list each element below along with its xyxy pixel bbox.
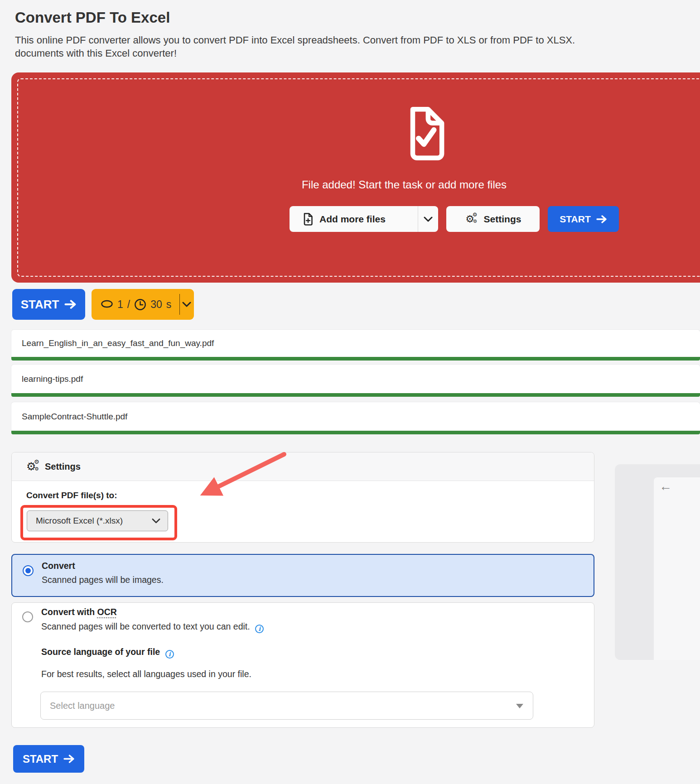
add-more-files-main[interactable]: Add more files [290, 213, 418, 226]
dropdown-arrow-icon[interactable] [516, 704, 523, 708]
page-subtitle: This online PDF converter allows you to … [15, 34, 575, 60]
info-icon[interactable]: i [165, 650, 174, 659]
preview-panel: ← [615, 464, 700, 660]
file-plus-icon [303, 213, 313, 226]
convert-radio[interactable] [23, 565, 34, 576]
progress-bar [11, 393, 700, 397]
badge-chevron[interactable] [180, 302, 194, 307]
arrow-right-icon [64, 300, 77, 309]
progress-bar [11, 357, 700, 361]
file-card: learning-tips.pdf [11, 365, 700, 393]
info-icon[interactable]: i [255, 625, 264, 633]
credits-group: 1 / 30 s [101, 298, 171, 311]
file-dropzone[interactable]: File added! Start the task or add more f… [11, 72, 700, 283]
dropzone-dashed-border [17, 78, 700, 277]
settings-panel-title: Settings [45, 462, 81, 472]
convert-label: Convert [42, 561, 75, 571]
back-arrow-icon[interactable]: ← [659, 479, 672, 494]
start-button-main[interactable]: START [12, 289, 85, 320]
clock-icon [134, 298, 146, 311]
start-button-footer-label: START [23, 753, 58, 765]
pdf-to-excel-page: Convert PDF To Excel This online PDF con… [0, 0, 700, 784]
source-language-label: Source language of your file i [41, 647, 174, 659]
file-row: learning-tips.pdf [11, 365, 700, 397]
convert-option[interactable]: Convert Scanned pages will be images. [11, 554, 594, 597]
start-button-main-label: START [21, 298, 59, 312]
convert-with-ocr-option[interactable]: Convert with OCR Scanned pages will be c… [11, 602, 594, 728]
file-row: SampleContract-Shuttle.pdf [11, 402, 700, 434]
file-row: Learn_English_in_an_easy_fast_and_fun_wa… [11, 330, 700, 361]
page-title: Convert PDF To Excel [15, 9, 170, 26]
dropzone-message: File added! Start the task or add more f… [302, 178, 507, 191]
file-name: learning-tips.pdf [11, 374, 83, 384]
format-select-value: Microsoft Excel (*.xlsx) [36, 516, 123, 526]
progress-bar [11, 431, 700, 434]
file-card: SampleContract-Shuttle.pdf [11, 402, 700, 431]
language-hint: For best results, select all languages u… [41, 669, 251, 679]
page-subtitle-line1: This online PDF converter allows you to … [15, 34, 575, 47]
ocr-radio[interactable] [22, 611, 33, 622]
settings-button-label: Settings [484, 214, 521, 225]
format-select[interactable]: Microsoft Excel (*.xlsx) [27, 510, 168, 531]
arrow-right-icon [63, 755, 75, 763]
preview-panel-inner: ← [654, 477, 700, 660]
file-name: SampleContract-Shuttle.pdf [11, 412, 127, 422]
arrow-right-icon [596, 215, 607, 223]
convert-to-label: Convert PDF file(s) to: [26, 491, 117, 500]
page-subtitle-line2: documents with this Excel converter! [15, 47, 575, 60]
ocr-label: Convert with OCR [41, 607, 117, 617]
add-more-files-label: Add more files [319, 214, 386, 225]
settings-panel: ⚙ ⚙ ⚙ Settings Convert PDF file(s) to: M… [11, 452, 594, 543]
file-check-icon [406, 106, 444, 161]
gears-icon: ⚙ ⚙ ⚙ [465, 214, 478, 225]
credits-count: 1 [117, 298, 123, 311]
file-card: Learn_English_in_an_easy_fast_and_fun_wa… [11, 330, 700, 357]
language-select-input[interactable] [40, 692, 533, 720]
settings-button[interactable]: ⚙ ⚙ ⚙ Settings [446, 206, 540, 232]
add-more-files-button[interactable]: Add more files [290, 206, 438, 232]
credits-separator: / [127, 298, 130, 311]
ocr-description: Scanned pages will be converted to text … [41, 621, 264, 633]
gears-icon: ⚙ ⚙ ⚙ [26, 461, 40, 472]
start-button-footer[interactable]: START [13, 745, 84, 773]
chevron-down-icon [152, 518, 160, 524]
chevron-down-icon [182, 302, 191, 307]
ocr-abbr: OCR [97, 607, 117, 617]
dropzone-buttons: Add more files ⚙ ⚙ ⚙ Settings START [290, 206, 619, 232]
duration-value: 30 [150, 298, 162, 311]
convert-description: Scanned pages will be images. [42, 575, 164, 585]
credits-badge[interactable]: 1 / 30 s [92, 289, 194, 320]
start-button-dropzone[interactable]: START [548, 206, 619, 232]
chevron-down-icon [424, 216, 433, 222]
coin-icon [101, 299, 113, 309]
add-more-files-chevron[interactable] [418, 216, 438, 222]
start-button-dropzone-label: START [560, 214, 590, 225]
settings-panel-header: ⚙ ⚙ ⚙ Settings [12, 452, 594, 481]
duration-unit: s [166, 298, 172, 311]
file-name: Learn_English_in_an_easy_fast_and_fun_wa… [11, 338, 214, 348]
